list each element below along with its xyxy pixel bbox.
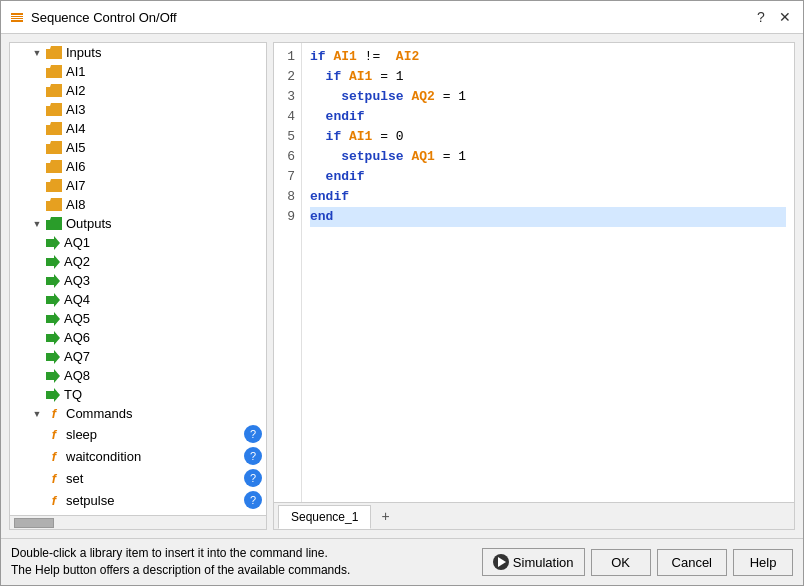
aq3-label: AQ3 [64, 273, 90, 288]
func-setpulse-icon: f [46, 493, 62, 508]
tree-item-aq1[interactable]: AQ1 [10, 233, 266, 252]
ok-button[interactable]: OK [591, 549, 651, 576]
setpulse-help-badge[interactable]: ? [244, 491, 262, 509]
folder-inputs-icon [46, 47, 62, 59]
indent-2-1 [310, 67, 326, 87]
tree-item-aq7[interactable]: AQ7 [10, 347, 266, 366]
svg-marker-19 [46, 331, 60, 345]
help-dialog-button[interactable]: Help [733, 549, 793, 576]
func-sleep-icon: f [46, 427, 62, 442]
code-editor[interactable]: 1 2 3 4 5 6 7 8 9 if AI1 != [274, 43, 794, 502]
cancel-button[interactable]: Cancel [657, 549, 727, 576]
line-num-5: 5 [287, 127, 295, 147]
tree-item-ai5[interactable]: AI5 [10, 138, 266, 157]
simulation-button[interactable]: Simulation [482, 548, 585, 576]
code-line-7: endif [310, 167, 786, 187]
kw-endif-3: endif [310, 187, 349, 207]
output-aq1-icon [46, 236, 60, 250]
set-help-badge[interactable]: ? [244, 469, 262, 487]
svg-marker-22 [46, 388, 60, 402]
folder-ai2-icon [46, 85, 62, 97]
svg-rect-2 [11, 18, 23, 19]
setpulse-label: setpulse [66, 493, 114, 508]
func-wait-icon: f [46, 449, 62, 464]
op-eq-3: = 1 [435, 87, 466, 107]
simulation-label: Simulation [513, 555, 574, 570]
help-button[interactable]: ? [751, 7, 771, 27]
title-text: Sequence Control On/Off [31, 10, 745, 25]
code-line-9: end [310, 207, 786, 227]
ai4-label: AI4 [66, 121, 86, 136]
output-aq6-icon [46, 331, 60, 345]
op-eq-5: = 0 [372, 127, 403, 147]
tree-item-ai4[interactable]: AI4 [10, 119, 266, 138]
code-line-2: if AI1 = 1 [310, 67, 786, 87]
tree-item-aq2[interactable]: AQ2 [10, 252, 266, 271]
func-commands-icon: f [46, 406, 62, 421]
code-line-5: if AI1 = 0 [310, 127, 786, 147]
tab-add-button[interactable]: + [373, 504, 397, 528]
tree-area[interactable]: ▼ Inputs AI1 AI2 [10, 43, 266, 515]
var-ai1-1: AI1 [333, 47, 356, 67]
aq8-label: AQ8 [64, 368, 90, 383]
var-ai1-2: AI1 [349, 67, 372, 87]
tree-item-ai1[interactable]: AI1 [10, 62, 266, 81]
title-bar: Sequence Control On/Off ? ✕ [1, 1, 803, 34]
tree-item-set[interactable]: f set ? [10, 467, 266, 489]
sleep-help-badge[interactable]: ? [244, 425, 262, 443]
tree-item-aq6[interactable]: AQ6 [10, 328, 266, 347]
tree-item-aq5[interactable]: AQ5 [10, 309, 266, 328]
aq7-label: AQ7 [64, 349, 90, 364]
kw-end: end [310, 207, 333, 227]
tree-item-aq8[interactable]: AQ8 [10, 366, 266, 385]
tree-item-ai3[interactable]: AI3 [10, 100, 266, 119]
sleep-label: sleep [66, 427, 97, 442]
aq2-label: AQ2 [64, 254, 90, 269]
ai8-label: AI8 [66, 197, 86, 212]
code-line-8: endif [310, 187, 786, 207]
ai1-label: AI1 [66, 64, 86, 79]
ai7-label: AI7 [66, 178, 86, 193]
kw-setpulse-1: setpulse [341, 87, 411, 107]
tree-item-ai2[interactable]: AI2 [10, 81, 266, 100]
bottom-hint: Double-click a library item to insert it… [11, 545, 476, 579]
commands-label: Commands [66, 406, 132, 421]
svg-marker-17 [46, 293, 60, 307]
aq1-label: AQ1 [64, 235, 90, 250]
tree-commands-header[interactable]: ▼ f Commands [10, 404, 266, 423]
folder-ai8-icon [46, 199, 62, 211]
tree-item-ai7[interactable]: AI7 [10, 176, 266, 195]
tree-item-waitcondition[interactable]: f waitcondition ? [10, 445, 266, 467]
tree-inputs-header[interactable]: ▼ Inputs [10, 43, 266, 62]
tree-item-sleep[interactable]: f sleep ? [10, 423, 266, 445]
code-content[interactable]: if AI1 != AI2 if AI1 = 1 [302, 43, 794, 502]
title-icon [9, 9, 25, 25]
dialog-window: Sequence Control On/Off ? ✕ ▼ Inputs [0, 0, 804, 586]
tree-scrollbar-thumb[interactable] [14, 518, 54, 528]
tree-item-ai6[interactable]: AI6 [10, 157, 266, 176]
func-set-icon: f [46, 471, 62, 486]
line-num-1: 1 [287, 47, 295, 67]
svg-marker-8 [46, 122, 62, 135]
tree-scrollbar-h[interactable] [10, 515, 266, 529]
tree-item-aq3[interactable]: AQ3 [10, 271, 266, 290]
tab-sequence1[interactable]: Sequence_1 [278, 505, 371, 529]
kw-setpulse-2: setpulse [341, 147, 411, 167]
code-line-6: setpulse AQ1 = 1 [310, 147, 786, 167]
code-line-1: if AI1 != AI2 [310, 47, 786, 67]
output-aq4-icon [46, 293, 60, 307]
indent-3-2 [310, 147, 341, 167]
tree-item-aq4[interactable]: AQ4 [10, 290, 266, 309]
tree-item-tq[interactable]: TQ [10, 385, 266, 404]
left-panel: ▼ Inputs AI1 AI2 [9, 42, 267, 530]
tree-item-setpulse[interactable]: f setpulse ? [10, 489, 266, 511]
folder-ai4-icon [46, 123, 62, 135]
tree-item-ai8[interactable]: AI8 [10, 195, 266, 214]
tree-outputs-header[interactable]: ▼ Outputs [10, 214, 266, 233]
indent-3-1 [310, 87, 341, 107]
indent-2-3 [310, 127, 326, 147]
bottom-bar: Double-click a library item to insert it… [1, 538, 803, 585]
close-button[interactable]: ✕ [775, 7, 795, 27]
kw-endif-2: endif [326, 167, 365, 187]
waitcondition-help-badge[interactable]: ? [244, 447, 262, 465]
